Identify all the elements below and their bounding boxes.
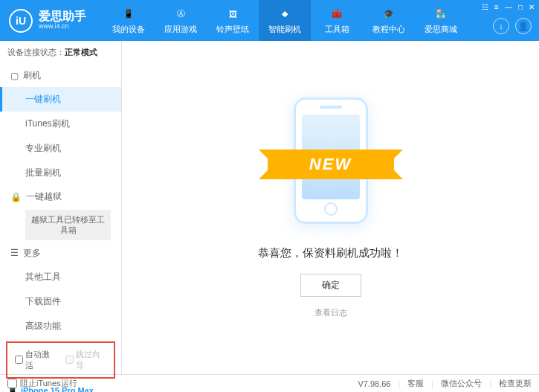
view-log-link[interactable]: 查看日志 [314, 307, 347, 318]
sidebar: 设备连接状态：正常模式 ▢刷机 一键刷机 iTunes刷机 专业刷机 批量刷机 … [0, 41, 122, 374]
footer-link-support[interactable]: 客服 [407, 378, 424, 389]
nav-store[interactable]: 🏪爱思商城 [415, 0, 467, 41]
sidebar-group-more[interactable]: ☰更多 [0, 242, 121, 265]
sidebar-item-itunes-flash[interactable]: iTunes刷机 [0, 112, 121, 136]
nav-apps-games[interactable]: Ⓐ应用游戏 [155, 0, 207, 41]
sidebar-group-jailbreak[interactable]: 🔒一键越狱 [0, 185, 121, 208]
new-ribbon: NEW [268, 150, 394, 179]
nav-toolbox[interactable]: 🧰工具箱 [311, 0, 363, 41]
footer-link-wechat[interactable]: 微信公众号 [441, 378, 482, 389]
success-illustration: NEW [283, 97, 379, 231]
sidebar-item-one-key-flash[interactable]: 一键刷机 [0, 87, 121, 112]
app-icon: Ⓐ [173, 7, 188, 22]
version-label: V7.98.66 [358, 379, 390, 388]
sidebar-item-jailbreak-notice[interactable]: 越狱工具已转移至工具箱 [25, 210, 111, 240]
sidebar-item-pro-flash[interactable]: 专业刷机 [0, 136, 121, 161]
win-menu-icon[interactable]: ☷ [482, 3, 488, 11]
more-group-icon: ☰ [10, 248, 19, 258]
nav-tutorials[interactable]: 🎓教程中心 [363, 0, 415, 41]
checkbox-skip-guide[interactable]: 跳过向导 [65, 349, 107, 371]
device-status: 设备连接状态：正常模式 [0, 41, 121, 64]
success-message: 恭喜您，保资料刷机成功啦！ [258, 246, 403, 260]
activation-options: 自动激活 跳过向导 [6, 341, 115, 379]
ok-button[interactable]: 确定 [300, 274, 361, 297]
nav-ringtone-wallpaper[interactable]: 🖼铃声壁纸 [207, 0, 259, 41]
app-logo: iU 爱思助手 www.i4.cn [0, 9, 95, 33]
flash-icon: ◆ [277, 7, 292, 22]
image-icon: 🖼 [225, 7, 240, 22]
download-button[interactable]: ↓ [493, 18, 509, 34]
footer-link-update[interactable]: 检查更新 [499, 378, 532, 389]
checkbox-block-itunes[interactable]: 阻止iTunes运行 [7, 378, 77, 389]
logo-icon: iU [9, 9, 33, 33]
checkbox-auto-activate[interactable]: 自动激活 [15, 349, 57, 371]
nav-smart-flash[interactable]: ◆智能刷机 [259, 0, 311, 41]
win-close-icon[interactable]: ✕ [529, 3, 535, 11]
nav-my-device[interactable]: 📱我的设备 [103, 0, 155, 41]
window-controls: ☷ ≡ — □ ✕ [482, 3, 535, 11]
main-content: NEW 恭喜您，保资料刷机成功啦！ 确定 查看日志 [122, 41, 539, 374]
app-site: www.i4.cn [39, 22, 86, 30]
app-title: 爱思助手 [39, 10, 86, 22]
main-nav: 📱我的设备 Ⓐ应用游戏 🖼铃声壁纸 ◆智能刷机 🧰工具箱 🎓教程中心 🏪爱思商城 [103, 0, 467, 41]
sidebar-group-flash[interactable]: ▢刷机 [0, 64, 121, 87]
win-list-icon[interactable]: ≡ [494, 3, 499, 11]
lock-icon: 🔒 [10, 192, 22, 202]
phone-icon: 📱 [121, 7, 136, 22]
win-minimize-icon[interactable]: — [505, 3, 512, 11]
app-header: iU 爱思助手 www.i4.cn 📱我的设备 Ⓐ应用游戏 🖼铃声壁纸 ◆智能刷… [0, 0, 539, 41]
sidebar-item-advanced[interactable]: 高级功能 [0, 314, 121, 338]
user-button[interactable]: 👤 [515, 18, 532, 34]
store-icon: 🏪 [433, 7, 448, 22]
win-maximize-icon[interactable]: □ [518, 3, 523, 11]
sidebar-item-batch-flash[interactable]: 批量刷机 [0, 161, 121, 185]
book-icon: 🎓 [381, 7, 396, 22]
sidebar-item-download-firmware[interactable]: 下载固件 [0, 289, 121, 314]
sidebar-item-other-tools[interactable]: 其他工具 [0, 265, 121, 289]
flash-group-icon: ▢ [10, 71, 19, 81]
toolbox-icon: 🧰 [329, 7, 344, 22]
